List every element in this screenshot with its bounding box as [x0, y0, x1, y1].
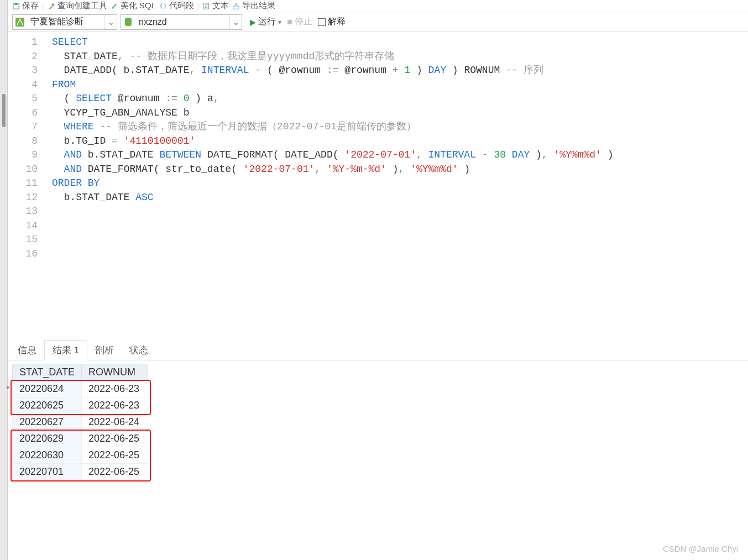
explain-label: 解释	[328, 16, 346, 28]
database-dropdown[interactable]: nxznzd ⌄	[121, 14, 242, 30]
query-builder-button[interactable]: 查询创建工具	[48, 1, 107, 11]
table-row[interactable]: 202207012022-06-25	[13, 464, 148, 480]
explain-icon	[318, 18, 326, 26]
cell[interactable]: 20220627	[13, 414, 82, 431]
cell[interactable]: 20220624	[13, 381, 82, 397]
export-icon	[232, 2, 240, 10]
svg-point-3	[116, 3, 117, 5]
watermark: CSDN @Jamie Chyi	[663, 544, 738, 553]
svg-rect-1	[14, 3, 17, 5]
document-icon	[202, 2, 210, 10]
cell[interactable]: 2022-06-24	[82, 414, 148, 431]
cell[interactable]: 20220629	[13, 431, 82, 447]
table-row[interactable]: 202206292022-06-25	[13, 431, 148, 447]
database-value: nxznzd	[135, 17, 229, 27]
chevron-down-icon[interactable]: ⌄	[104, 15, 117, 29]
result-grid[interactable]: STAT_DATEROWNUM 202206242022-06-23202206…	[8, 360, 748, 480]
cell[interactable]: 2022-06-25	[82, 431, 148, 447]
table-row[interactable]: 202206302022-06-25	[13, 447, 148, 464]
text-label: 文本	[212, 1, 229, 11]
snippet-button[interactable]: 代码段	[159, 1, 194, 11]
query-builder-label: 查询创建工具	[57, 1, 107, 11]
run-label: 运行	[258, 16, 276, 28]
cell[interactable]: 2022-06-23	[82, 381, 148, 397]
tab-profile[interactable]: 剖析	[87, 341, 122, 360]
connection-value: 宁夏智能诊断	[27, 16, 104, 28]
cell[interactable]: 2022-06-25	[82, 447, 148, 464]
left-panel-collapse[interactable]	[0, 0, 8, 560]
toolbar-primary: 保存 | 查询创建工具 美化 SQL 代码段 | 文本 导出结果	[8, 0, 748, 12]
drag-handle-icon[interactable]	[2, 94, 6, 127]
export-button[interactable]: 导出结果	[232, 1, 275, 11]
save-icon	[12, 2, 20, 10]
run-button[interactable]: ▶ 运行 ▾	[250, 16, 281, 28]
brackets-icon	[159, 2, 167, 10]
chevron-down-icon[interactable]: ⌄	[229, 15, 242, 29]
connection-icon	[15, 17, 25, 27]
database-icon	[123, 17, 133, 27]
svg-rect-8	[233, 6, 239, 9]
beautify-button[interactable]: 美化 SQL	[111, 1, 156, 11]
save-label: 保存	[22, 1, 39, 11]
current-row-marker: ▸	[7, 383, 10, 391]
explain-button[interactable]: 解释	[318, 16, 346, 28]
cell[interactable]: 20220625	[13, 397, 82, 414]
export-label: 导出结果	[242, 1, 275, 11]
tab-status[interactable]: 状态	[122, 341, 156, 360]
tab-info[interactable]: 信息	[10, 341, 44, 360]
wand-icon	[111, 2, 118, 10]
column-header[interactable]: ROWNUM	[82, 364, 148, 381]
cell[interactable]: 2022-06-23	[82, 397, 148, 414]
text-button[interactable]: 文本	[202, 1, 229, 11]
column-header[interactable]: STAT_DATE	[13, 364, 82, 381]
save-button[interactable]: 保存	[12, 1, 39, 11]
result-tabs: 信息 结果 1 剖析 状态	[8, 342, 748, 360]
connection-dropdown[interactable]: 宁夏智能诊断 ⌄	[12, 14, 117, 30]
code-content[interactable]: SELECT STAT_DATE, -- 数据库日期字段，我这里是yyyymmd…	[48, 32, 748, 342]
cell[interactable]: 2022-06-25	[82, 464, 148, 480]
stop-icon: ■	[287, 17, 292, 27]
toolbar-connection: 宁夏智能诊断 ⌄ nxznzd ⌄ ▶ 运行 ▾ ■ 停止	[8, 12, 748, 32]
stop-button: ■ 停止	[287, 16, 312, 28]
run-dropdown-icon[interactable]: ▾	[278, 18, 281, 26]
sql-editor[interactable]: 12345678910111213141516 SELECT STAT_DATE…	[8, 32, 748, 342]
table-row[interactable]: 202206242022-06-23	[13, 381, 148, 397]
play-icon: ▶	[250, 18, 256, 27]
table-row[interactable]: 202206272022-06-24	[13, 414, 148, 431]
table-row[interactable]: 202206252022-06-23	[13, 397, 148, 414]
cell[interactable]: 20220701	[13, 464, 82, 480]
snippet-label: 代码段	[169, 1, 194, 11]
line-gutter: 12345678910111213141516	[8, 32, 48, 342]
beautify-label: 美化 SQL	[121, 1, 156, 11]
stop-label: 停止	[295, 16, 312, 28]
hammer-icon	[48, 2, 55, 10]
cell[interactable]: 20220630	[13, 447, 82, 464]
svg-rect-2	[52, 3, 54, 6]
tab-result-1[interactable]: 结果 1	[44, 340, 87, 360]
